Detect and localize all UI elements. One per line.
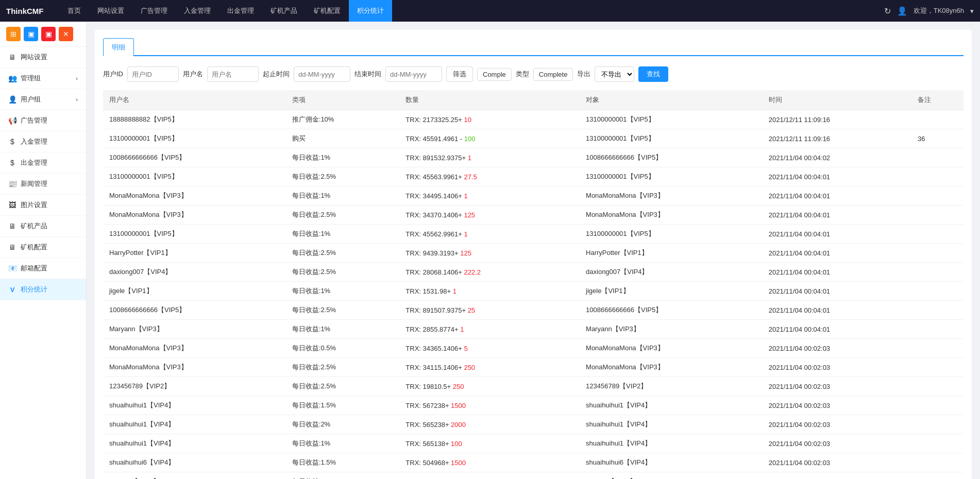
sidebar-item-admin-group[interactable]: 👥 管理组 › — [0, 68, 86, 89]
cell-time: 2021/11/04 00:02:03 — [763, 358, 911, 377]
sidebar-label-miner-config: 矿机配置 — [21, 243, 47, 252]
cell-target: 13100000001【VIP5】 — [580, 167, 763, 186]
filter-button[interactable]: 筛选 — [446, 66, 473, 82]
sidebar-item-news[interactable]: 📰 新闻管理 — [0, 174, 86, 195]
sidebar-label-site-settings: 网站设置 — [21, 53, 47, 62]
news-icon: 📰 — [8, 180, 16, 188]
cell-category: 每日收益:1% — [286, 225, 400, 244]
refresh-icon[interactable]: ↻ — [884, 6, 891, 16]
type-label: 类型 — [516, 70, 529, 79]
col-target: 对象 — [580, 90, 763, 110]
cell-amount: TRX: 565238+ 2000 — [399, 415, 580, 434]
cell-username: jigele【VIP1】 — [103, 282, 286, 301]
nav-site-settings[interactable]: 网站设置 — [89, 0, 132, 22]
cell-category: 每日收益:1% — [286, 320, 400, 339]
table-row: 18888888882【VIP5】 推广佣金:10% TRX: 2173325.… — [103, 110, 964, 129]
cell-category: 每日收益:2.5% — [286, 358, 400, 377]
user-id-input[interactable] — [127, 66, 179, 82]
sidebar-icon-bar: ⊞ ▣ ▣ ✕ — [0, 22, 86, 47]
amount-extra: 250 — [453, 383, 464, 390]
sidebar-label-email-config: 邮箱配置 — [21, 264, 47, 273]
miner-config-icon: 🖥 — [8, 243, 16, 251]
cell-category: 每日收益:2.5% — [286, 244, 400, 263]
nav-home[interactable]: 首页 — [59, 0, 89, 22]
user-avatar-icon[interactable]: 👤 — [897, 6, 907, 16]
top-right-area: ↻ 👤 欢迎，TK08yn6h ▾ — [884, 6, 974, 16]
cell-time: 2021/11/04 00:02:03 — [763, 472, 911, 480]
sidebar-item-points-stats[interactable]: V 积分统计 — [0, 279, 86, 300]
start-time-label: 起止时间 — [263, 70, 290, 79]
cell-amount: TRX: 203791.7656+ 2500 — [399, 472, 580, 480]
sidebar-item-image-settings[interactable]: 🖼 图片设置 — [0, 195, 86, 216]
cell-time: 2021/11/04 00:04:01 — [763, 282, 911, 301]
nav-withdraw[interactable]: 出金管理 — [219, 0, 262, 22]
page-inner: 明细 用户ID 用户名 起止时间 结束时间 筛选 Comple 类型 Compl… — [95, 30, 972, 479]
cell-category: 购买 — [286, 129, 400, 148]
cell-username: Maryann【VIP3】 — [103, 320, 286, 339]
cell-target: 123123【VIP4】 — [580, 472, 763, 480]
sidebar-icon-3[interactable]: ✕ — [59, 27, 73, 41]
sidebar-item-ad-manage[interactable]: 📢 广告管理 — [0, 110, 86, 131]
cell-remark — [911, 110, 964, 129]
cell-category: 每日收益:1% — [286, 148, 400, 167]
start-time-input[interactable] — [294, 66, 350, 82]
cell-category: 每日收益:2.5% — [286, 377, 400, 396]
sidebar-item-miner-config[interactable]: 🖥 矿机配置 — [0, 237, 86, 258]
nav-deposit[interactable]: 入金管理 — [176, 0, 219, 22]
arrow-right-icon: › — [76, 75, 78, 81]
cell-username: 13100000001【VIP5】 — [103, 167, 286, 186]
amount-extra: 100 — [464, 135, 476, 143]
sidebar-icon-0[interactable]: ⊞ — [6, 27, 21, 41]
sidebar-label-admin-group: 管理组 — [21, 74, 41, 83]
cell-amount: TRX: 45591.4961 - 100 — [399, 129, 580, 148]
cell-time: 2021/11/04 00:04:01 — [763, 167, 911, 186]
export-select[interactable]: 不导出 — [595, 66, 634, 82]
cell-time: 2021/11/04 00:04:01 — [763, 244, 911, 263]
table-row: MonaMonaMona【VIP3】 每日收益:2.5% TRX: 34370.… — [103, 206, 964, 225]
search-button[interactable]: 查找 — [638, 66, 668, 82]
sidebar-item-site-settings[interactable]: 🖥 网站设置 — [0, 47, 86, 68]
nav-miner-config[interactable]: 矿机配置 — [306, 0, 349, 22]
sidebar-item-withdraw[interactable]: $ 出金管理 — [0, 152, 86, 174]
table-row: 1008666666666【VIP5】 每日收益:2.5% TRX: 89150… — [103, 301, 964, 320]
user-name-input[interactable] — [207, 66, 259, 82]
sidebar-label-deposit: 入金管理 — [21, 137, 47, 146]
cell-amount: TRX: 19810.5+ 250 — [399, 377, 580, 396]
cell-target: Maryann【VIP3】 — [580, 320, 763, 339]
cell-target: 1008666666666【VIP5】 — [580, 301, 763, 320]
cell-target: MonaMonaMona【VIP3】 — [580, 358, 763, 377]
amount-extra: 1 — [460, 326, 464, 333]
cell-remark — [911, 206, 964, 225]
cell-remark — [911, 472, 964, 480]
sidebar-item-user-group[interactable]: 👤 用户组 › — [0, 89, 86, 110]
cell-category: 每日收益:0.5% — [286, 339, 400, 358]
sidebar-label-miner-product: 矿机产品 — [21, 221, 47, 231]
cell-amount: TRX: 891507.9375+ 25 — [399, 301, 580, 320]
sidebar-item-miner-product[interactable]: 🖥 矿机产品 — [0, 216, 86, 237]
amount-extra: 1 — [453, 287, 457, 295]
sidebar-icon-2[interactable]: ▣ — [41, 27, 56, 41]
sidebar-icon-1[interactable]: ▣ — [24, 27, 38, 41]
cell-category: 每日收益:1% — [286, 282, 400, 301]
cell-time: 2021/11/04 00:04:01 — [763, 186, 911, 206]
cell-remark — [911, 263, 964, 282]
sidebar-label-withdraw: 出金管理 — [21, 158, 47, 167]
amount-extra: 5 — [464, 345, 467, 352]
nav-points-stats[interactable]: 积分统计 — [349, 0, 392, 22]
cell-target: MonaMonaMona【VIP3】 — [580, 339, 763, 358]
cell-target: daxiong007【VIP4】 — [580, 263, 763, 282]
sidebar-item-email-config[interactable]: 📧 邮箱配置 — [0, 258, 86, 279]
tab-detail[interactable]: 明细 — [103, 38, 134, 56]
cell-category: 每日收益:2.5% — [286, 301, 400, 320]
nav-miner-product[interactable]: 矿机产品 — [262, 0, 306, 22]
cell-target: 13100000001【VIP5】 — [580, 129, 763, 148]
cell-time: 2021/12/11 11:09:16 — [763, 110, 911, 129]
nav-ad-manage[interactable]: 广告管理 — [132, 0, 176, 22]
cell-time: 2021/11/04 00:02:03 — [763, 453, 911, 472]
sidebar-item-deposit[interactable]: $ 入金管理 — [0, 131, 86, 152]
image-icon: 🖼 — [8, 201, 16, 209]
cell-remark — [911, 396, 964, 415]
end-time-input[interactable] — [385, 66, 442, 82]
table-row: daxiong007【VIP4】 每日收益:2.5% TRX: 28068.14… — [103, 263, 964, 282]
cell-remark — [911, 186, 964, 206]
